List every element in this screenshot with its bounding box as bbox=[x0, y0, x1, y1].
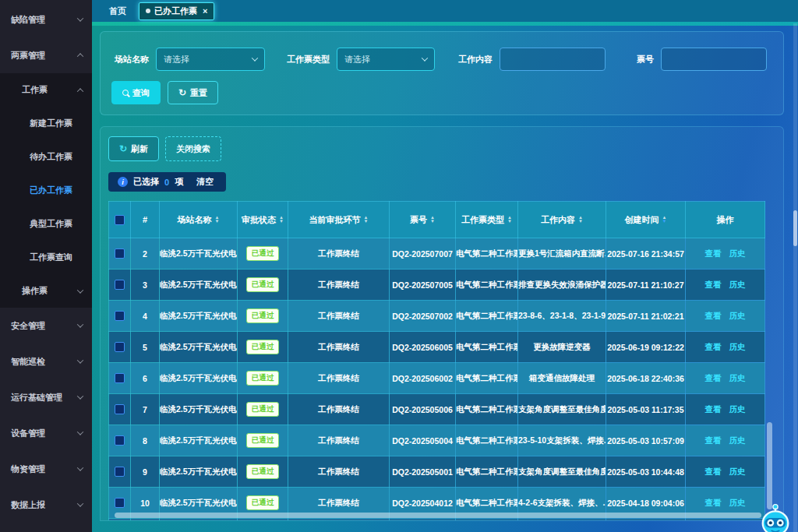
status-badge: 已通过 bbox=[246, 402, 280, 417]
sidebar-item-13[interactable]: 物资管理 bbox=[0, 451, 92, 487]
table-row[interactable]: 4临洮2.5万千瓦光伏电...已通过工作票终结DQ2-202507002电气第二… bbox=[109, 301, 765, 332]
sidebar-item-4[interactable]: 待办工作票 bbox=[0, 140, 92, 174]
work-ticket-table: #场站名称▲▼审批状态▲▼当前审批环节▲▼票号▲▼工作票类型▲▼工作内容▲▼创建… bbox=[108, 201, 765, 521]
row-checkbox[interactable] bbox=[115, 248, 125, 259]
approval-step-cell: 工作票终结 bbox=[288, 394, 390, 425]
table-row[interactable]: 9临洮2.5万千瓦光伏电...已通过工作票终结DQ2-202505001电气第二… bbox=[109, 456, 765, 488]
table-toolbar: ↻ 刷新 关闭搜索 bbox=[108, 136, 775, 161]
sidebar-item-5[interactable]: 已办工作票 bbox=[0, 174, 92, 207]
sort-arrows-icon[interactable]: ▲▼ bbox=[364, 216, 369, 224]
select-all-checkbox[interactable] bbox=[115, 215, 125, 225]
sidebar-item-label: 物资管理 bbox=[11, 463, 45, 475]
row-checkbox[interactable] bbox=[115, 467, 125, 477]
table-row[interactable]: 2临洮2.5万千瓦光伏电...已通过工作票终结DQ2-202507007电气第二… bbox=[109, 238, 765, 270]
view-link[interactable]: 查看 bbox=[705, 280, 722, 289]
page-scrollbar-thumb[interactable] bbox=[793, 210, 797, 246]
sort-arrows-icon[interactable]: ▲▼ bbox=[279, 216, 284, 224]
approval-step-cell: 工作票终结 bbox=[288, 456, 390, 488]
station-cell: 临洮2.5万千瓦光伏电... bbox=[160, 394, 238, 425]
history-link[interactable]: 历史 bbox=[729, 280, 746, 289]
station-name-select[interactable]: 请选择 bbox=[156, 48, 265, 71]
tab-close-icon[interactable]: × bbox=[203, 6, 207, 16]
tab-done-work-tickets[interactable]: 已办工作票 × bbox=[139, 2, 214, 20]
column-header-3[interactable]: 当前审批环节▲▼ bbox=[288, 202, 390, 238]
sort-arrows-icon[interactable]: ▲▼ bbox=[215, 216, 220, 224]
approval-step-cell: 工作票终结 bbox=[288, 425, 390, 456]
row-checkbox[interactable] bbox=[115, 280, 125, 290]
row-checkbox[interactable] bbox=[115, 342, 125, 352]
sidebar-item-6[interactable]: 典型工作票 bbox=[0, 207, 92, 241]
view-link[interactable]: 查看 bbox=[705, 311, 722, 320]
view-link[interactable]: 查看 bbox=[705, 248, 722, 258]
view-link[interactable]: 查看 bbox=[705, 404, 722, 414]
row-index-cell: 6 bbox=[131, 363, 160, 394]
row-checkbox[interactable] bbox=[115, 435, 125, 446]
sidebar-item-9[interactable]: 安全管理 bbox=[0, 308, 92, 344]
reset-button[interactable]: ↻ 重置 bbox=[168, 81, 218, 104]
view-link[interactable]: 查看 bbox=[705, 342, 722, 351]
ticket-type-cell: 电气第二种工作票 bbox=[456, 363, 518, 394]
view-link[interactable]: 查看 bbox=[705, 498, 722, 507]
column-header-6[interactable]: 工作内容▲▼ bbox=[518, 202, 606, 238]
history-link[interactable]: 历史 bbox=[729, 342, 746, 351]
sidebar-item-10[interactable]: 智能巡检 bbox=[0, 344, 92, 379]
table-row[interactable]: 7临洮2.5万千瓦光伏电...已通过工作票终结DQ2-202505006电气第二… bbox=[109, 394, 765, 425]
sidebar-item-8[interactable]: 操作票 bbox=[0, 274, 92, 308]
history-link[interactable]: 历史 bbox=[729, 311, 746, 320]
column-header-8: 操作 bbox=[686, 202, 765, 238]
work-content-input[interactable] bbox=[500, 48, 606, 71]
table-row[interactable]: 5临洮2.5万千瓦光伏电...已通过工作票终结DQ2-202506005电气第二… bbox=[109, 332, 765, 363]
row-checkbox[interactable] bbox=[115, 404, 125, 414]
sidebar-item-2[interactable]: 工作票 bbox=[0, 73, 92, 107]
history-link[interactable]: 历史 bbox=[729, 435, 746, 445]
history-link[interactable]: 历史 bbox=[729, 248, 746, 258]
refresh-button[interactable]: ↻ 刷新 bbox=[108, 136, 159, 161]
ticket-no-cell: DQ2-202505001 bbox=[390, 456, 456, 488]
sidebar-item-11[interactable]: 运行基础管理 bbox=[0, 379, 92, 415]
sidebar-item-1[interactable]: 两票管理 bbox=[0, 37, 92, 73]
close-search-button[interactable]: 关闭搜索 bbox=[165, 136, 221, 161]
history-link[interactable]: 历史 bbox=[729, 373, 746, 382]
status-badge: 已通过 bbox=[246, 433, 280, 448]
sort-arrows-icon[interactable]: ▲▼ bbox=[507, 216, 512, 224]
history-link[interactable]: 历史 bbox=[729, 467, 746, 476]
table-row[interactable]: 6临洮2.5万千瓦光伏电...已通过工作票终结DQ2-202506002电气第二… bbox=[109, 363, 765, 394]
table-vertical-scrollbar[interactable] bbox=[767, 422, 772, 509]
clear-selection-link[interactable]: 清空 bbox=[196, 176, 214, 188]
row-checkbox[interactable] bbox=[115, 373, 125, 383]
sidebar-item-7[interactable]: 工作票查询 bbox=[0, 241, 92, 274]
column-header-label: 操作 bbox=[717, 214, 734, 226]
history-link[interactable]: 历史 bbox=[729, 404, 746, 414]
assistant-robot-button[interactable] bbox=[757, 501, 793, 532]
row-checkbox[interactable] bbox=[115, 311, 125, 321]
view-link[interactable]: 查看 bbox=[705, 435, 722, 445]
row-checkbox[interactable] bbox=[115, 498, 125, 508]
column-header-4[interactable]: 票号▲▼ bbox=[390, 202, 456, 238]
ticket-type-cell: 电气第二种工作票 bbox=[456, 270, 518, 301]
sidebar-item-14[interactable]: 数据上报 bbox=[0, 487, 92, 523]
sidebar-item-3[interactable]: 新建工作票 bbox=[0, 107, 92, 140]
history-link[interactable]: 历史 bbox=[729, 498, 746, 507]
column-header-7[interactable]: 创建时间▲▼ bbox=[606, 202, 686, 238]
column-header-1[interactable]: 场站名称▲▼ bbox=[160, 202, 238, 238]
table-row[interactable]: 3临洮2.5万千瓦光伏电...已通过工作票终结DQ2-202507005电气第二… bbox=[109, 270, 765, 301]
view-link[interactable]: 查看 bbox=[705, 373, 722, 382]
sort-arrows-icon[interactable]: ▲▼ bbox=[578, 216, 583, 224]
column-header-5[interactable]: 工作票类型▲▼ bbox=[456, 202, 518, 238]
view-link[interactable]: 查看 bbox=[705, 467, 722, 476]
sort-arrows-icon[interactable]: ▲▼ bbox=[662, 216, 667, 224]
sidebar-item-12[interactable]: 设备管理 bbox=[0, 415, 92, 451]
selection-suffix: 项 bbox=[175, 176, 183, 188]
table-row[interactable]: 8临洮2.5万千瓦光伏电...已通过工作票终结DQ2-202505004电气第二… bbox=[109, 425, 765, 456]
column-header-2[interactable]: 审批状态▲▼ bbox=[238, 202, 288, 238]
sidebar-item-0[interactable]: 缺陷管理 bbox=[0, 2, 92, 37]
ticket-type-cell: 电气第二种工作票 bbox=[456, 238, 518, 270]
query-button[interactable]: 查询 bbox=[111, 81, 161, 104]
horizontal-scrollbar[interactable] bbox=[115, 513, 761, 518]
partial-cell bbox=[518, 519, 606, 522]
ticket-type-select[interactable]: 请选择 bbox=[337, 48, 435, 71]
tab-home[interactable]: 首页 bbox=[101, 2, 134, 20]
operations-cell: 查看历史 bbox=[686, 394, 765, 425]
ticket-no-input[interactable] bbox=[661, 48, 767, 71]
sort-arrows-icon[interactable]: ▲▼ bbox=[430, 216, 435, 224]
